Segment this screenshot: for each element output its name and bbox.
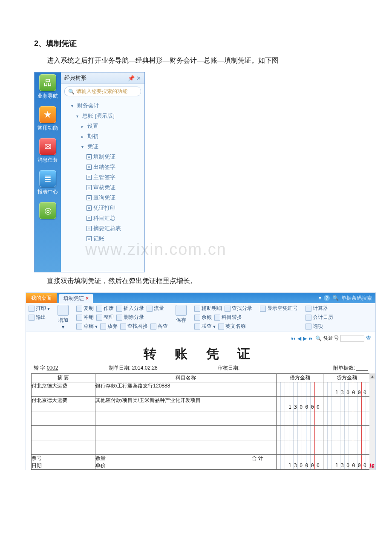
toolbar: 打印 ▾ 输出 增加 ▾ 复制 作废 插入分录 流量 冲销 整理 删除分录 草稿…: [26, 303, 375, 332]
export-icon: [29, 315, 35, 321]
offset-icon: [76, 315, 82, 321]
print-button[interactable]: 打印 ▾: [29, 305, 50, 312]
plus-icon: [58, 305, 69, 316]
close-icon[interactable]: ✕: [136, 75, 141, 81]
voucher-screenshot: 我的桌面 填制凭证× ▾ ? 🔍 单据条码搜索 打印 ▾ 输出 增加 ▾ 复制 …: [26, 292, 376, 470]
scroll-up-icon[interactable]: ▲: [369, 373, 375, 379]
doc-icon: ≡: [86, 175, 92, 180]
tree-item-audit[interactable]: ≡审核凭证: [86, 182, 142, 193]
prev-icon[interactable]: ◀: [297, 335, 301, 341]
tidy-button[interactable]: 整理: [96, 314, 114, 321]
voucher-title: 转 账 凭 证: [26, 345, 375, 363]
tree-item-post[interactable]: ≡记账: [86, 234, 142, 244]
search-icon: 🔍: [68, 89, 75, 95]
conv-icon: [214, 315, 220, 321]
flow-button[interactable]: 流量: [147, 305, 164, 312]
export-button[interactable]: 输出: [29, 314, 46, 321]
tree-root[interactable]: ▾财务会计: [70, 101, 142, 111]
search-icon[interactable]: 🔍: [332, 295, 339, 301]
intro-text: 进入系统之后打开业务导航—经典树形—财务会计—总账—填制凭证。如下图: [47, 56, 373, 65]
add-button[interactable]: 增加 ▾: [58, 305, 69, 330]
nav-screenshot: 业务导航 常用功能 消息任务 报表中心 经典树形 📌 ✕ 🔍 请输入您要搜索的功…: [34, 72, 145, 272]
vnum-label: 凭证号: [323, 335, 339, 342]
doc-icon: ≡: [86, 236, 92, 241]
tree-period[interactable]: ▸期初: [81, 131, 142, 142]
options-button[interactable]: 选项: [306, 323, 323, 330]
voucher-row[interactable]: 付北京德大运费银行存款/工行迎宾路支行120888130000: [32, 382, 370, 397]
tree-item-manager-sign[interactable]: ≡主管签字: [86, 172, 142, 182]
compass-icon: [39, 202, 56, 219]
draft-icon: [76, 324, 82, 330]
ins-line-button[interactable]: 插入分录: [116, 305, 144, 312]
search-link[interactable]: 查: [366, 335, 371, 342]
tree-voucher[interactable]: ▾凭证: [81, 142, 142, 152]
section-heading: 2、填制凭证: [34, 38, 373, 49]
calc-icon: [306, 306, 311, 312]
copy-icon: [76, 306, 82, 312]
voucher-row[interactable]: 付北京德大运费其他应付款/项目类/玉米新品种产业化开发项目130000: [32, 397, 370, 411]
sidebar-nav[interactable]: 业务导航: [36, 74, 60, 100]
pin-icon[interactable]: 📌: [128, 75, 135, 81]
tree-search[interactable]: 🔍 请输入您要搜索的功能: [64, 87, 141, 96]
dropdown-icon[interactable]: ▾: [319, 295, 321, 301]
find-entry-button[interactable]: 查找分录: [225, 305, 252, 312]
first-icon[interactable]: ⏮: [291, 335, 296, 341]
tree-item-summary-sum[interactable]: ≡摘要汇总表: [86, 223, 142, 234]
doc-icon: ≡: [86, 154, 92, 159]
del-line-button[interactable]: 删除分录: [116, 314, 144, 321]
search-icon[interactable]: 🔍: [315, 335, 322, 341]
voucher-row[interactable]: [32, 411, 370, 426]
tree-ledger[interactable]: ▾总账 [演示版]: [75, 111, 142, 121]
foot-total-debit: 130000: [277, 455, 323, 470]
tree-item-make-voucher[interactable]: ≡填制凭证: [86, 152, 142, 162]
voucher-row[interactable]: [32, 426, 370, 440]
findrep-icon: [120, 324, 126, 330]
backup-button[interactable]: 备查: [150, 323, 168, 330]
en-icon: [218, 324, 224, 330]
help-icon[interactable]: ?: [324, 295, 330, 301]
tree-item-print[interactable]: ≡凭证打印: [86, 203, 142, 213]
sidebar-msg[interactable]: 消息任务: [36, 138, 60, 164]
calendar-button[interactable]: 会计日历: [306, 314, 333, 321]
balance-button[interactable]: 余额: [194, 314, 212, 321]
tidy-icon: [96, 315, 102, 321]
findrep-button[interactable]: 查找替换: [120, 323, 148, 330]
tree-item-subj-sum[interactable]: ≡科目汇总: [86, 213, 142, 223]
voucher-meta: 转 字 0002 制单日期: 2014.02.28 审核日期: 附单据数: __…: [26, 364, 375, 373]
subj-conv-button[interactable]: 科目转换: [214, 314, 242, 321]
tree-item-cashier-sign[interactable]: ≡出纳签字: [86, 162, 142, 172]
tree-item-query[interactable]: ≡查询凭证: [86, 193, 142, 203]
scrollbar[interactable]: ▲▼: [369, 373, 375, 470]
watermark-badge: is: [369, 462, 375, 469]
void-button[interactable]: 作废: [96, 305, 114, 312]
sidebar-fav[interactable]: 常用功能: [36, 106, 60, 132]
save-icon: [176, 305, 187, 316]
calc-button[interactable]: 计算器: [306, 305, 328, 312]
copy-button[interactable]: 复制: [76, 305, 94, 312]
en-name-button[interactable]: 英文名称: [218, 323, 246, 330]
voucher-row[interactable]: [32, 440, 370, 455]
barcode-search[interactable]: 单据条码搜索: [341, 295, 372, 302]
last-icon[interactable]: ⏭: [308, 335, 314, 341]
abort-button[interactable]: 放弃: [100, 323, 118, 330]
find-icon: [225, 306, 231, 312]
offset-button[interactable]: 冲销: [76, 314, 94, 321]
draft-button[interactable]: 草稿 ▾: [76, 323, 98, 330]
save-button[interactable]: 保存: [176, 305, 187, 330]
vnum-input[interactable]: [340, 335, 364, 342]
backup-icon: [150, 324, 156, 330]
intro2-text: 直接双击填制凭证，然后在弹出凭证框里点增长。: [47, 277, 373, 286]
aux-button[interactable]: 辅助明细: [194, 305, 222, 312]
next-icon[interactable]: ▶: [303, 335, 307, 341]
tree-setup[interactable]: ▸设置: [81, 121, 142, 131]
linkchk-button[interactable]: 联查 ▾: [194, 323, 216, 330]
close-tab-icon[interactable]: ×: [86, 295, 89, 301]
tab-home[interactable]: 我的桌面: [26, 293, 57, 303]
tab-voucher[interactable]: 填制凭证×: [59, 294, 93, 303]
sidebar-rpt[interactable]: 报表中心: [36, 170, 60, 196]
sidebar-cmp[interactable]: [36, 202, 60, 220]
calendar-icon: [306, 315, 311, 321]
doc-icon: ≡: [86, 165, 92, 170]
col-subject: 科目名称: [95, 374, 277, 382]
show-empty-button[interactable]: 显示空凭证号: [260, 305, 298, 312]
